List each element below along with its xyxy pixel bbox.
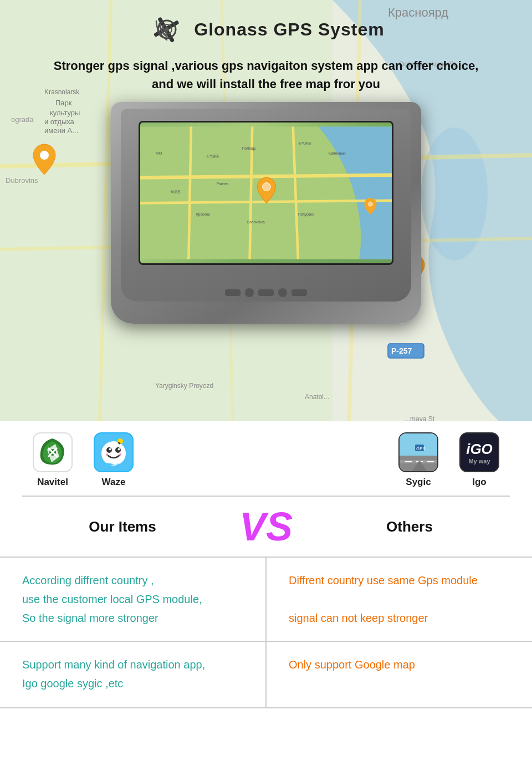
others-label: Others [309,518,510,535]
vs-label: VS [223,507,309,547]
svg-text:Каменный: Каменный [329,151,346,155]
svg-text:GPS: GPS [416,446,426,451]
svg-point-52 [101,441,126,466]
device-shell: МО 天气更新 Помощь 天气更新 Каменный 甸堂里 Раянер … [111,102,421,324]
ctrl-btn-round [245,288,254,297]
svg-text:МО: МО [156,151,162,156]
svg-point-30 [165,27,169,32]
svg-text:Раянер: Раянер [217,182,229,186]
subtitle-text: Stronger gps signal ,various gps navigai… [22,57,510,93]
device-inner: МО 天气更新 Помощь 天气更新 Каменный 甸堂里 Раянер … [121,109,411,302]
app-sygic: GPS Sygic [388,432,449,488]
svg-text:Anatol...: Anatol... [305,393,329,401]
comparison-left-2-text: Support many kind of navigation app, Igo… [22,655,243,693]
apps-section: Navitel W [0,421,532,496]
svg-point-54 [115,447,121,453]
app-navitel: Navitel [22,432,83,488]
ctrl-btn-1 [225,289,241,296]
svg-text:...maya St: ...maya St [405,415,435,421]
comparison-right-1-text: Diffrent country use same Gps module sig… [289,571,510,627]
svg-point-60 [119,453,121,456]
page-title: Glonass GPS System [194,19,384,40]
svg-text:P-257: P-257 [391,346,412,355]
navitel-label: Navitel [37,477,68,488]
waze-label: Waze [102,477,126,488]
igo-icon-box: iGO My way [459,432,499,472]
header-row: Glonass GPS System [0,0,532,53]
svg-rect-64 [405,461,412,462]
waze-icon-box [94,432,134,472]
comparison-left-1: According diffrent country , use the cus… [0,558,267,641]
comparison-row-2: Support many kind of navigation app, Igo… [0,642,532,708]
our-items-label: Our Items [22,518,223,535]
device-controls [121,288,411,297]
device-image: МО 天气更新 Помощь 天气更新 Каменный 甸堂里 Раянер … [0,102,532,324]
svg-text:Красное: Красное [196,212,210,217]
svg-text:Волочёнка: Волочёнка [247,220,265,224]
svg-text:Yaryginsky Proyezd: Yaryginsky Proyezd [155,382,213,390]
ctrl-btn-circle [278,288,287,297]
screen-map: МО 天气更新 Помощь 天气更新 Каменный 甸堂里 Раянер … [140,122,392,263]
igo-label: Igo [472,477,487,488]
subtitle-section: Stronger gps signal ,various gps navigai… [0,53,532,96]
ctrl-btn-3 [291,289,307,296]
svg-point-59 [106,453,108,456]
svg-text:天气更新: 天气更新 [206,154,219,158]
gps-icon [147,10,186,49]
igo-icon-text: iGO My way [466,441,493,464]
comparison-row-1: According diffrent country , use the cus… [0,558,532,642]
svg-text:甸堂里: 甸堂里 [171,190,181,193]
ctrl-btn-2 [258,289,274,296]
comparison-right-2: Only support Google map [267,642,532,707]
comparison-right-1: Diffrent country use same Gps module sig… [267,558,532,641]
app-igo: iGO My way Igo [449,432,510,488]
svg-line-32 [140,175,392,178]
sygic-label: Sygic [406,477,431,488]
svg-text:Полусено: Полусено [298,212,314,217]
svg-point-47 [263,183,271,191]
navitel-icon [33,432,73,472]
svg-text:天气更新: 天气更新 [298,141,311,145]
svg-point-53 [106,447,112,453]
vs-header: Our Items VS Others [0,497,532,558]
svg-point-56 [118,448,120,451]
device-screen: МО 天气更新 Помощь 天气更新 Каменный 甸堂里 Раянер … [139,121,393,265]
svg-rect-66 [427,461,434,462]
sygic-img: GPS [400,433,437,471]
app-waze: Waze [83,432,144,488]
comparison-left-2: Support many kind of navigation app, Igo… [0,642,267,707]
svg-point-55 [109,448,111,451]
comparison-right-2-text: Only support Google map [289,655,510,674]
svg-text:Помощь: Помощь [242,146,256,151]
sygic-icon-box: GPS [398,432,438,472]
vs-section: Our Items VS Others According diffrent c… [0,497,532,708]
comparison-left-1-text: According diffrent country , use the cus… [22,571,243,627]
svg-point-48 [368,202,373,207]
